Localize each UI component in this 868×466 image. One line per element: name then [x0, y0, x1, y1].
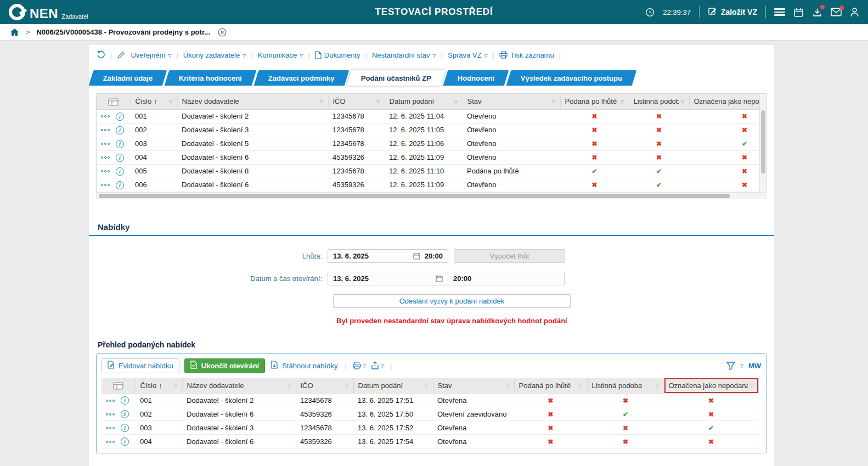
- column-header-nazev-dodavatele[interactable]: Název dodavatele▽: [177, 94, 328, 109]
- breadcrumb-record[interactable]: N006/25/V00005438 - Provozování prodejny…: [37, 28, 210, 36]
- column-header-ico[interactable]: IČO▽: [328, 94, 385, 109]
- vertical-scrollbar[interactable]: [759, 94, 766, 192]
- edit-icon[interactable]: [117, 51, 125, 59]
- toolbar-link-nestandardni-stav[interactable]: Nestandardní stav▽: [372, 51, 436, 59]
- column-header-datum-podani[interactable]: Datum podání▽: [385, 94, 463, 109]
- ukoncit-oteviani-button[interactable]: Ukončit otevírání: [184, 358, 265, 373]
- column-header-listinna-podoba[interactable]: Listinná podoba▽: [629, 94, 689, 109]
- toolbar-link-uverejneni[interactable]: Uveřejnění▽: [131, 51, 171, 59]
- vertical-scrollbar-thumb[interactable]: [761, 110, 765, 173]
- row-actions-icon[interactable]: [101, 129, 110, 131]
- column-header-listinna-podoba[interactable]: Listinná podoba▽: [587, 378, 664, 394]
- filter-triangle-icon[interactable]: ▽: [579, 383, 583, 388]
- filter-triangle-icon[interactable]: ▽: [621, 99, 624, 104]
- tab-zakladni-udaje[interactable]: Základní údaje: [89, 70, 167, 86]
- info-icon[interactable]: i: [116, 113, 124, 121]
- opening-date-field[interactable]: 13. 6. 2025: [328, 272, 448, 285]
- export-icon[interactable]: ▽: [371, 361, 384, 370]
- tab-zadavaci-podminky[interactable]: Zadávací podmínky: [254, 70, 349, 86]
- row-actions-icon[interactable]: [101, 115, 110, 117]
- row-actions-icon[interactable]: [106, 400, 115, 402]
- column-header-nazev-dodavatele[interactable]: Název dodavatele▽: [182, 378, 296, 394]
- table-row[interactable]: i005Dodavatel - školení 81234567812. 6. …: [97, 164, 759, 178]
- table-settings-icon[interactable]: [108, 98, 119, 106]
- info-icon[interactable]: i: [116, 140, 124, 148]
- filter-triangle-icon[interactable]: ▽: [454, 99, 458, 104]
- row-actions-icon[interactable]: [106, 427, 115, 429]
- filter-triangle-icon[interactable]: ▽: [169, 99, 173, 104]
- column-header-stav[interactable]: Stav▽: [433, 378, 514, 394]
- toolbar-link-tisk-zaznamu[interactable]: Tisk záznamu: [499, 51, 554, 59]
- column-header-oznacena-jako-nepodana[interactable]: Označena jako nepodaná▽: [689, 94, 759, 109]
- chevron-down-icon[interactable]: ▽: [740, 363, 743, 368]
- filter-triangle-icon[interactable]: ▽: [656, 383, 660, 388]
- filter-triangle-icon[interactable]: ▽: [552, 99, 556, 104]
- column-header-oznacena-jako-nepodana[interactable]: Označena jako nepodaná▽: [664, 378, 758, 394]
- vypocet-lhut-button[interactable]: Výpočet lhůt: [454, 249, 565, 263]
- evidovat-nabidku-button[interactable]: Evidovat nabídku: [102, 358, 179, 373]
- stahnout-nabidky-button[interactable]: Stáhnout nabídky: [270, 358, 339, 373]
- column-header-podana-po-lhute[interactable]: Podaná po lhůtě▽: [560, 94, 629, 109]
- filter-triangle-icon[interactable]: ▽: [506, 383, 510, 388]
- column-header-datum-podani[interactable]: Datum podání▽: [353, 378, 433, 394]
- filter-triangle-icon[interactable]: ▽: [174, 383, 178, 388]
- info-icon[interactable]: i: [116, 167, 124, 176]
- filter-icon[interactable]: [726, 362, 735, 370]
- info-icon[interactable]: i: [121, 424, 129, 432]
- filter-triangle-icon[interactable]: ▽: [345, 383, 349, 388]
- table-row[interactable]: i002Dodavatel - školení 64535932613. 6. …: [102, 407, 758, 421]
- filter-triangle-icon[interactable]: ▽: [376, 99, 380, 104]
- filter-preset-label[interactable]: MW: [748, 362, 761, 370]
- toolbar-link-dokumenty[interactable]: Dokumenty: [315, 51, 360, 59]
- back-history-icon[interactable]: [97, 50, 105, 59]
- table-row[interactable]: i003Dodavatel - školení 31234567813. 6. …: [102, 421, 758, 435]
- user-profile-icon[interactable]: [850, 7, 859, 17]
- calendar-icon[interactable]: [413, 252, 420, 260]
- sort-ascending-icon[interactable]: ↑: [154, 97, 157, 105]
- calendar-icon[interactable]: [436, 275, 443, 282]
- table-row[interactable]: i002Dodavatel - školení 31234567812. 6. …: [97, 123, 759, 137]
- opening-time-field[interactable]: 20:00: [448, 272, 565, 285]
- column-header-cislo[interactable]: Číslo↑▽: [136, 378, 182, 394]
- row-actions-icon[interactable]: [106, 441, 115, 443]
- info-icon[interactable]: i: [116, 154, 124, 162]
- table-row[interactable]: i003Dodavatel - školení 51234567812. 6. …: [97, 137, 759, 150]
- tab-hodnoceni[interactable]: Hodnocení: [443, 70, 509, 86]
- filter-triangle-icon[interactable]: ▽: [288, 383, 291, 388]
- menu-icon[interactable]: [774, 8, 785, 16]
- column-header-cislo[interactable]: Číslo↑▽: [131, 94, 177, 109]
- home-icon[interactable]: [10, 28, 19, 36]
- tab-podani-ucastniku-zp[interactable]: Podání účastníků ZP: [347, 70, 446, 86]
- row-actions-icon[interactable]: [101, 170, 110, 172]
- toolbar-link-ukony-zadavatele[interactable]: Úkony zadavatele▽: [183, 51, 246, 59]
- table-settings-icon[interactable]: [113, 382, 123, 390]
- calendar-icon[interactable]: [793, 7, 804, 18]
- nen-logo[interactable]: NEN Zadavatel: [9, 4, 88, 20]
- horizontal-scrollbar-thumb[interactable]: [99, 194, 730, 198]
- filter-triangle-icon[interactable]: ▽: [425, 383, 429, 388]
- table-row[interactable]: i006Dodavatel - školení 64535932612. 6. …: [97, 178, 759, 192]
- row-actions-icon[interactable]: [106, 413, 115, 416]
- send-invitation-button[interactable]: Odeslání výzvy k podání nabídek: [333, 294, 571, 308]
- row-actions-icon[interactable]: [101, 143, 110, 145]
- table-row[interactable]: i001Dodavatel - školení 21234567813. 6. …: [102, 394, 758, 407]
- close-record-icon[interactable]: [218, 28, 227, 37]
- messages-icon[interactable]: [831, 8, 842, 16]
- table-row[interactable]: i004Dodavatel - školení 64535932612. 6. …: [97, 150, 759, 164]
- table-row[interactable]: i004Dodavatel - školení 64535932613. 6. …: [102, 435, 758, 448]
- info-icon[interactable]: i: [121, 410, 129, 418]
- toolbar-link-sprava-vz[interactable]: Správa VZ▽: [448, 51, 488, 59]
- print-icon[interactable]: ▽: [353, 362, 366, 369]
- column-header-ico[interactable]: IČO▽: [296, 378, 353, 394]
- filter-triangle-icon[interactable]: ▽: [320, 99, 324, 104]
- toolbar-link-komunikace[interactable]: Komunikace▽: [258, 51, 303, 59]
- deadline-field[interactable]: 13. 6. 2025 20:00: [328, 249, 448, 263]
- horizontal-scrollbar[interactable]: [96, 192, 766, 199]
- downloads-icon[interactable]: [812, 7, 822, 18]
- create-vz-button[interactable]: Založit VZ: [708, 7, 757, 18]
- column-header-podana-po-lhute[interactable]: Podaná po lhůtě▽: [514, 378, 587, 394]
- info-icon[interactable]: i: [116, 126, 124, 134]
- table-row[interactable]: i001Dodavatel - školení 21234567812. 6. …: [97, 109, 759, 123]
- info-icon[interactable]: i: [121, 396, 129, 405]
- info-icon[interactable]: i: [121, 437, 129, 446]
